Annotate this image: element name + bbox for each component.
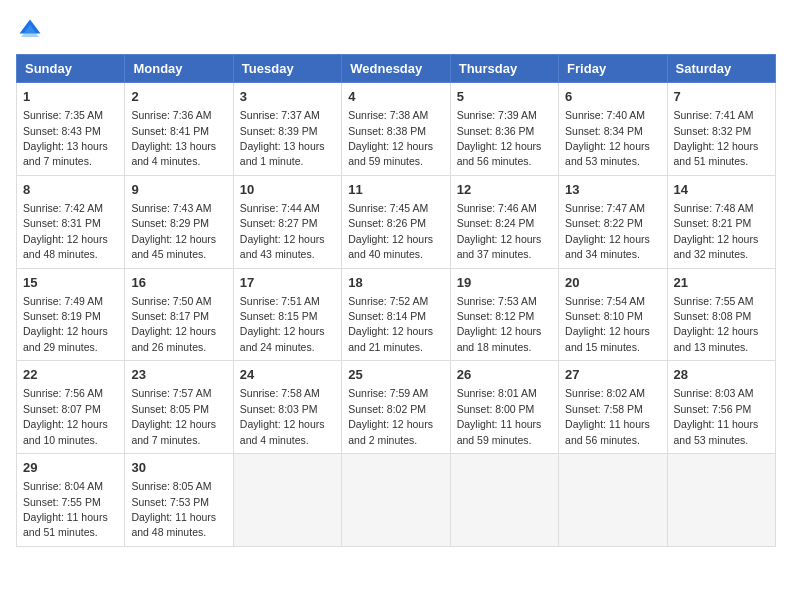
calendar-cell: 21Sunrise: 7:55 AMSunset: 8:08 PMDayligh… bbox=[667, 268, 775, 361]
day-number: 23 bbox=[131, 366, 226, 384]
day-number: 15 bbox=[23, 274, 118, 292]
day-number: 26 bbox=[457, 366, 552, 384]
week-row-4: 22Sunrise: 7:56 AMSunset: 8:07 PMDayligh… bbox=[17, 361, 776, 454]
calendar-cell: 3Sunrise: 7:37 AMSunset: 8:39 PMDaylight… bbox=[233, 83, 341, 176]
day-info: Sunrise: 7:39 AMSunset: 8:36 PMDaylight:… bbox=[457, 109, 542, 167]
day-header-friday: Friday bbox=[559, 55, 667, 83]
calendar-cell: 14Sunrise: 7:48 AMSunset: 8:21 PMDayligh… bbox=[667, 175, 775, 268]
day-number: 14 bbox=[674, 181, 769, 199]
day-info: Sunrise: 8:03 AMSunset: 7:56 PMDaylight:… bbox=[674, 387, 759, 445]
calendar-cell bbox=[450, 454, 558, 547]
calendar-cell: 30Sunrise: 8:05 AMSunset: 7:53 PMDayligh… bbox=[125, 454, 233, 547]
calendar-cell: 8Sunrise: 7:42 AMSunset: 8:31 PMDaylight… bbox=[17, 175, 125, 268]
calendar-cell: 9Sunrise: 7:43 AMSunset: 8:29 PMDaylight… bbox=[125, 175, 233, 268]
day-number: 6 bbox=[565, 88, 660, 106]
day-number: 19 bbox=[457, 274, 552, 292]
page-header bbox=[16, 16, 776, 44]
calendar-cell: 2Sunrise: 7:36 AMSunset: 8:41 PMDaylight… bbox=[125, 83, 233, 176]
calendar-cell: 20Sunrise: 7:54 AMSunset: 8:10 PMDayligh… bbox=[559, 268, 667, 361]
day-info: Sunrise: 8:05 AMSunset: 7:53 PMDaylight:… bbox=[131, 480, 216, 538]
logo bbox=[16, 16, 48, 44]
day-number: 12 bbox=[457, 181, 552, 199]
day-number: 11 bbox=[348, 181, 443, 199]
day-header-tuesday: Tuesday bbox=[233, 55, 341, 83]
day-number: 10 bbox=[240, 181, 335, 199]
calendar-cell: 10Sunrise: 7:44 AMSunset: 8:27 PMDayligh… bbox=[233, 175, 341, 268]
day-number: 2 bbox=[131, 88, 226, 106]
day-number: 30 bbox=[131, 459, 226, 477]
day-info: Sunrise: 8:04 AMSunset: 7:55 PMDaylight:… bbox=[23, 480, 108, 538]
calendar-cell: 16Sunrise: 7:50 AMSunset: 8:17 PMDayligh… bbox=[125, 268, 233, 361]
day-info: Sunrise: 7:55 AMSunset: 8:08 PMDaylight:… bbox=[674, 295, 759, 353]
day-number: 17 bbox=[240, 274, 335, 292]
calendar-cell: 27Sunrise: 8:02 AMSunset: 7:58 PMDayligh… bbox=[559, 361, 667, 454]
calendar-cell bbox=[667, 454, 775, 547]
calendar-cell: 22Sunrise: 7:56 AMSunset: 8:07 PMDayligh… bbox=[17, 361, 125, 454]
day-info: Sunrise: 7:49 AMSunset: 8:19 PMDaylight:… bbox=[23, 295, 108, 353]
day-info: Sunrise: 7:41 AMSunset: 8:32 PMDaylight:… bbox=[674, 109, 759, 167]
day-info: Sunrise: 7:57 AMSunset: 8:05 PMDaylight:… bbox=[131, 387, 216, 445]
day-info: Sunrise: 7:36 AMSunset: 8:41 PMDaylight:… bbox=[131, 109, 216, 167]
week-row-5: 29Sunrise: 8:04 AMSunset: 7:55 PMDayligh… bbox=[17, 454, 776, 547]
day-info: Sunrise: 7:53 AMSunset: 8:12 PMDaylight:… bbox=[457, 295, 542, 353]
calendar-cell: 18Sunrise: 7:52 AMSunset: 8:14 PMDayligh… bbox=[342, 268, 450, 361]
day-info: Sunrise: 7:48 AMSunset: 8:21 PMDaylight:… bbox=[674, 202, 759, 260]
week-row-1: 1Sunrise: 7:35 AMSunset: 8:43 PMDaylight… bbox=[17, 83, 776, 176]
day-info: Sunrise: 7:46 AMSunset: 8:24 PMDaylight:… bbox=[457, 202, 542, 260]
day-number: 21 bbox=[674, 274, 769, 292]
day-number: 8 bbox=[23, 181, 118, 199]
day-info: Sunrise: 7:58 AMSunset: 8:03 PMDaylight:… bbox=[240, 387, 325, 445]
calendar-body: 1Sunrise: 7:35 AMSunset: 8:43 PMDaylight… bbox=[17, 83, 776, 547]
week-row-2: 8Sunrise: 7:42 AMSunset: 8:31 PMDaylight… bbox=[17, 175, 776, 268]
day-info: Sunrise: 7:43 AMSunset: 8:29 PMDaylight:… bbox=[131, 202, 216, 260]
calendar-cell bbox=[233, 454, 341, 547]
day-header-monday: Monday bbox=[125, 55, 233, 83]
day-number: 18 bbox=[348, 274, 443, 292]
day-info: Sunrise: 7:59 AMSunset: 8:02 PMDaylight:… bbox=[348, 387, 433, 445]
calendar-cell: 13Sunrise: 7:47 AMSunset: 8:22 PMDayligh… bbox=[559, 175, 667, 268]
calendar-header-row: SundayMondayTuesdayWednesdayThursdayFrid… bbox=[17, 55, 776, 83]
day-info: Sunrise: 7:42 AMSunset: 8:31 PMDaylight:… bbox=[23, 202, 108, 260]
day-info: Sunrise: 8:02 AMSunset: 7:58 PMDaylight:… bbox=[565, 387, 650, 445]
calendar-cell: 24Sunrise: 7:58 AMSunset: 8:03 PMDayligh… bbox=[233, 361, 341, 454]
day-info: Sunrise: 7:56 AMSunset: 8:07 PMDaylight:… bbox=[23, 387, 108, 445]
calendar-cell: 19Sunrise: 7:53 AMSunset: 8:12 PMDayligh… bbox=[450, 268, 558, 361]
day-info: Sunrise: 7:35 AMSunset: 8:43 PMDaylight:… bbox=[23, 109, 108, 167]
day-number: 16 bbox=[131, 274, 226, 292]
calendar-cell: 17Sunrise: 7:51 AMSunset: 8:15 PMDayligh… bbox=[233, 268, 341, 361]
calendar-cell: 6Sunrise: 7:40 AMSunset: 8:34 PMDaylight… bbox=[559, 83, 667, 176]
day-info: Sunrise: 7:45 AMSunset: 8:26 PMDaylight:… bbox=[348, 202, 433, 260]
calendar-cell: 7Sunrise: 7:41 AMSunset: 8:32 PMDaylight… bbox=[667, 83, 775, 176]
day-number: 20 bbox=[565, 274, 660, 292]
day-number: 13 bbox=[565, 181, 660, 199]
day-info: Sunrise: 7:52 AMSunset: 8:14 PMDaylight:… bbox=[348, 295, 433, 353]
day-number: 29 bbox=[23, 459, 118, 477]
calendar-cell: 28Sunrise: 8:03 AMSunset: 7:56 PMDayligh… bbox=[667, 361, 775, 454]
day-number: 1 bbox=[23, 88, 118, 106]
day-info: Sunrise: 7:37 AMSunset: 8:39 PMDaylight:… bbox=[240, 109, 325, 167]
day-number: 24 bbox=[240, 366, 335, 384]
day-number: 27 bbox=[565, 366, 660, 384]
calendar-table: SundayMondayTuesdayWednesdayThursdayFrid… bbox=[16, 54, 776, 547]
calendar-cell: 1Sunrise: 7:35 AMSunset: 8:43 PMDaylight… bbox=[17, 83, 125, 176]
day-number: 28 bbox=[674, 366, 769, 384]
day-number: 25 bbox=[348, 366, 443, 384]
day-header-thursday: Thursday bbox=[450, 55, 558, 83]
calendar-cell: 5Sunrise: 7:39 AMSunset: 8:36 PMDaylight… bbox=[450, 83, 558, 176]
calendar-cell bbox=[559, 454, 667, 547]
day-header-saturday: Saturday bbox=[667, 55, 775, 83]
day-info: Sunrise: 7:50 AMSunset: 8:17 PMDaylight:… bbox=[131, 295, 216, 353]
day-header-wednesday: Wednesday bbox=[342, 55, 450, 83]
week-row-3: 15Sunrise: 7:49 AMSunset: 8:19 PMDayligh… bbox=[17, 268, 776, 361]
day-number: 3 bbox=[240, 88, 335, 106]
day-number: 5 bbox=[457, 88, 552, 106]
day-info: Sunrise: 7:38 AMSunset: 8:38 PMDaylight:… bbox=[348, 109, 433, 167]
calendar-cell bbox=[342, 454, 450, 547]
day-number: 22 bbox=[23, 366, 118, 384]
calendar-cell: 4Sunrise: 7:38 AMSunset: 8:38 PMDaylight… bbox=[342, 83, 450, 176]
calendar-cell: 12Sunrise: 7:46 AMSunset: 8:24 PMDayligh… bbox=[450, 175, 558, 268]
calendar-cell: 29Sunrise: 8:04 AMSunset: 7:55 PMDayligh… bbox=[17, 454, 125, 547]
day-number: 7 bbox=[674, 88, 769, 106]
day-number: 4 bbox=[348, 88, 443, 106]
day-info: Sunrise: 7:51 AMSunset: 8:15 PMDaylight:… bbox=[240, 295, 325, 353]
